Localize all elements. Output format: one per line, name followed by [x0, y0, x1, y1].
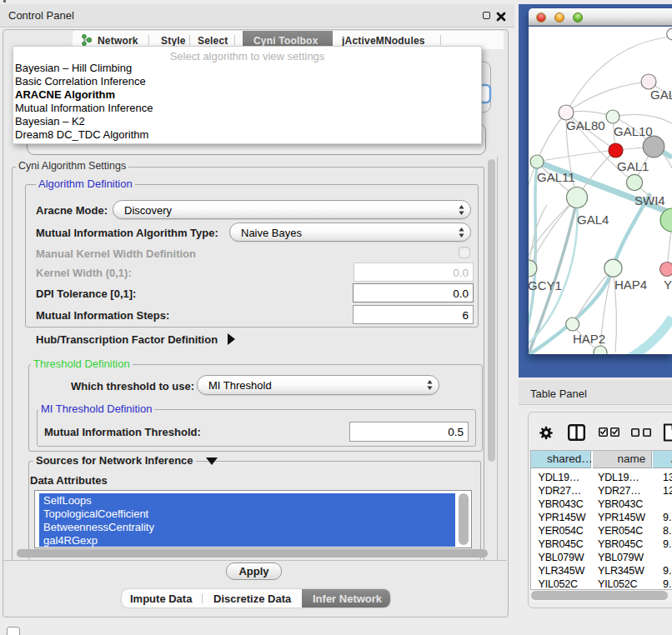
svg-text:HAP4: HAP4: [614, 278, 647, 292]
svg-text:HAP2: HAP2: [573, 332, 605, 346]
svg-text:GAL10: GAL10: [614, 124, 653, 138]
svg-text:GAL1: GAL1: [617, 159, 649, 173]
svg-text:GAL7: GAL7: [650, 88, 672, 102]
svg-text:GAL11: GAL11: [537, 170, 575, 184]
svg-text:GAL80: GAL80: [566, 118, 605, 132]
svg-text:SWI4: SWI4: [634, 193, 665, 208]
svg-text:GCY1: GCY1: [529, 278, 562, 292]
svg-text:Y: Y: [664, 278, 672, 292]
svg-text:GAL4: GAL4: [577, 212, 609, 227]
